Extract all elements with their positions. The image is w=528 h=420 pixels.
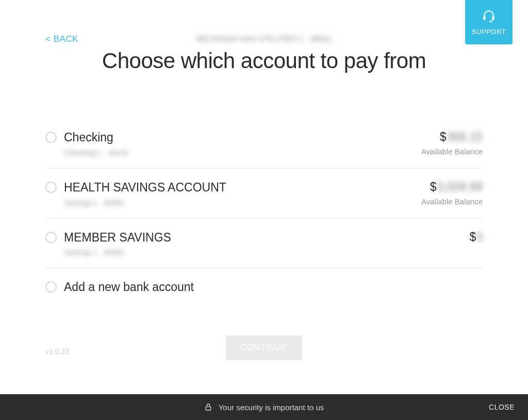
account-amount: $366.15 <box>380 130 483 144</box>
currency-symbol: $ <box>469 230 476 244</box>
add-new-label: Add a new bank account <box>64 280 483 295</box>
lock-icon <box>204 402 212 412</box>
svg-rect-0 <box>483 17 485 20</box>
continue-button[interactable]: CONTINUE <box>226 335 302 360</box>
version-label: v1.0.22 <box>45 347 69 356</box>
radio-icon <box>45 232 57 243</box>
amount-obscured: 0 <box>476 230 483 244</box>
back-link[interactable]: < BACK <box>45 34 78 44</box>
account-amount: $0 <box>380 230 483 244</box>
account-name: Checking <box>64 130 380 145</box>
headset-icon <box>482 9 496 23</box>
account-name: HEALTH SAVINGS ACCOUNT <box>64 180 380 195</box>
account-option-checking[interactable]: Checking Checking (…4019) $366.15 Availa… <box>45 119 483 169</box>
radio-icon <box>45 132 57 143</box>
account-subtext-obscured: Savings (…9965) <box>64 248 380 256</box>
security-footer: Your security is important to us CLOSE <box>0 394 528 420</box>
svg-rect-1 <box>492 17 494 20</box>
currency-symbol: $ <box>440 130 447 144</box>
add-new-bank-account-option[interactable]: Add a new bank account <box>45 268 483 306</box>
radio-icon <box>45 182 57 193</box>
available-balance-label: Available Balance <box>380 197 483 206</box>
merchant-name-obscured: MICHIGAN GAS UTILITIES (…0601) <box>196 34 332 43</box>
account-option-hsa[interactable]: HEALTH SAVINGS ACCOUNT Savings (…9965) $… <box>45 169 483 219</box>
account-name: MEMBER SAVINGS <box>64 230 380 245</box>
radio-icon <box>45 281 57 293</box>
currency-symbol: $ <box>430 180 437 194</box>
security-text: Your security is important to us <box>219 403 324 412</box>
account-option-member-savings[interactable]: MEMBER SAVINGS Savings (…9965) $0 <box>45 219 483 269</box>
account-amount: $3,009.98 <box>380 180 483 194</box>
account-subtext-obscured: Savings (…9965) <box>64 198 380 207</box>
close-button[interactable]: CLOSE <box>489 403 515 411</box>
amount-obscured: 366.15 <box>447 130 483 144</box>
page-title: Choose which account to pay from <box>45 49 483 73</box>
account-list: Checking Checking (…4019) $366.15 Availa… <box>45 119 483 306</box>
svg-rect-2 <box>206 407 210 410</box>
available-balance-label: Available Balance <box>380 147 483 156</box>
amount-obscured: 3,009.98 <box>436 180 483 194</box>
account-subtext-obscured: Checking (…4019) <box>64 148 380 157</box>
support-label: SUPPORT <box>472 28 506 36</box>
support-button[interactable]: SUPPORT <box>465 0 513 44</box>
